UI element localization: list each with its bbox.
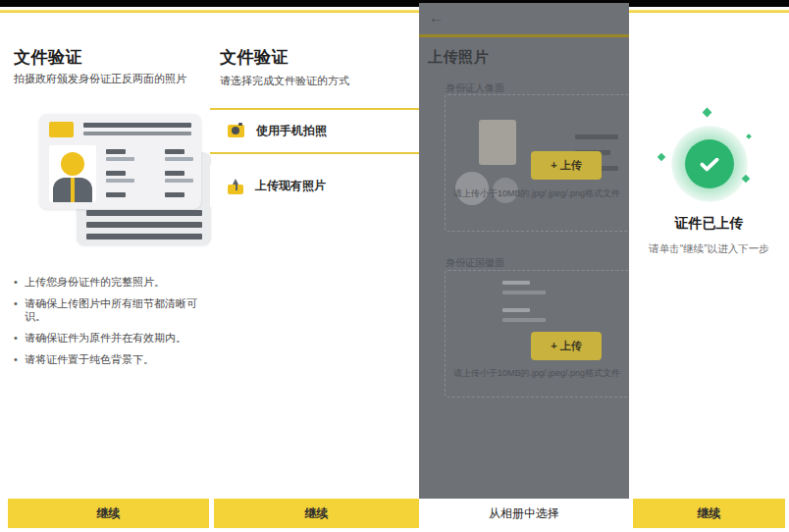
page-title: 文件验证 bbox=[220, 46, 289, 69]
option-label: 使用手机拍照 bbox=[256, 123, 327, 139]
camera-icon bbox=[228, 125, 244, 137]
panel-upload-photos-overlay: ← 上传照片 身份证人像面 + 上传 请上传小于10MB的.jpg/.jpeg/… bbox=[419, 3, 629, 499]
instruction-item: 请确保证件为原件并在有效期内。 bbox=[14, 332, 208, 345]
upload-page-title: 上传照片 bbox=[428, 48, 489, 67]
dimmed-yellow-divider bbox=[419, 34, 629, 37]
panel-choose-method: 文件验证 请选择完成文件验证的方式 使用手机拍照 上传现有照片 bbox=[210, 13, 419, 499]
success-subtitle: 请单击“继续”以进入下一步 bbox=[629, 242, 789, 256]
option-label: 上传现有照片 bbox=[255, 178, 326, 194]
continue-button-intro[interactable]: 继续 bbox=[8, 499, 209, 528]
upload-hint-back: 请上传小于10MB的.jpg/.jpeg/.png格式文件 bbox=[453, 367, 620, 380]
card-logo-block bbox=[49, 122, 74, 137]
kyc-verification-flow: { "colors": { "accent_yellow": "#F4D339"… bbox=[0, 0, 789, 532]
upload-dropzone-front[interactable]: + 上传 请上传小于10MB的.jpg/.jpeg/.png格式文件 bbox=[445, 94, 629, 232]
instruction-item: 请将证件置于纯色背景下。 bbox=[14, 353, 208, 366]
id-card-front-graphic bbox=[39, 114, 201, 209]
success-title: 证件已上传 bbox=[629, 215, 789, 233]
page-subtitle: 拍摄政府颁发身份证正反两面的照片 bbox=[14, 72, 200, 86]
upload-hint-front: 请上传小于10MB的.jpg/.jpeg/.png格式文件 bbox=[453, 187, 620, 200]
top-black-bar bbox=[0, 0, 789, 7]
id-back-label: 身份证国徽面 bbox=[446, 256, 504, 270]
check-icon bbox=[685, 139, 734, 188]
continue-button-method[interactable]: 继续 bbox=[214, 499, 419, 528]
success-check-graphic bbox=[678, 133, 741, 195]
method-options: 使用手机拍照 上传现有照片 bbox=[210, 108, 419, 207]
upload-dropzone-back[interactable]: + 上传 请上传小于10MB的.jpg/.jpeg/.png格式文件 bbox=[445, 270, 629, 398]
back-arrow-icon[interactable]: ← bbox=[429, 9, 444, 26]
page-title: 文件验证 bbox=[14, 46, 82, 69]
option-upload-photo[interactable]: 上传现有照片 bbox=[210, 165, 419, 207]
instruction-item: 上传您身份证件的完整照片。 bbox=[14, 276, 208, 289]
continue-button-success[interactable]: 继续 bbox=[633, 499, 785, 528]
upload-button-back[interactable]: + 上传 bbox=[531, 332, 602, 360]
panel-upload-success: 证件已上传 请单击“继续”以进入下一步 bbox=[629, 13, 789, 499]
upload-icon bbox=[228, 179, 243, 194]
instruction-list: 上传您身份证件的完整照片。 请确保上传图片中所有细节都清晰可识。 请确保证件为原… bbox=[14, 276, 208, 375]
option-take-photo[interactable]: 使用手机拍照 bbox=[210, 108, 419, 154]
card-portrait bbox=[49, 145, 96, 202]
id-card-illustration bbox=[27, 111, 214, 260]
panel-document-intro: 文件验证 拍摄政府颁发身份证正反两面的照片 bbox=[0, 13, 210, 499]
upload-button-front[interactable]: + 上传 bbox=[531, 151, 602, 180]
id-front-label: 身份证人像面 bbox=[446, 81, 504, 95]
page-subtitle: 请选择完成文件验证的方式 bbox=[220, 74, 406, 88]
select-from-album-button[interactable]: 从相册中选择 bbox=[419, 499, 629, 528]
instruction-item: 请确保上传图片中所有细节都清晰可识。 bbox=[14, 297, 208, 323]
